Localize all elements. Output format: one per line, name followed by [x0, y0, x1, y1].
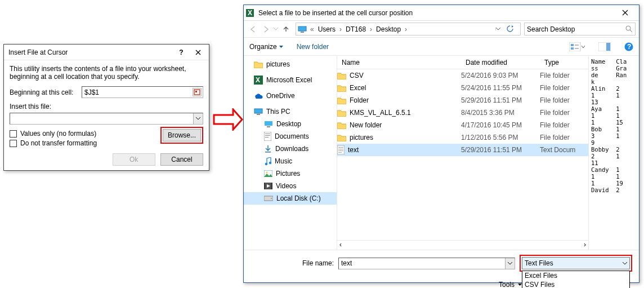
cancel-button[interactable]: Cancel [160, 153, 203, 166]
dialog-title: Insert File at Cursor [6, 48, 173, 56]
folder-icon [337, 72, 346, 79]
svg-point-28 [265, 162, 268, 165]
tree-item[interactable]: Music [244, 155, 337, 167]
tree-item[interactable]: This PC [244, 105, 337, 118]
picker-body: picturesXMicrosoft ExcelOneDriveThis PCD… [244, 56, 639, 250]
close-icon [195, 50, 201, 55]
file-name: pictures [350, 134, 373, 141]
close-button[interactable] [613, 7, 637, 19]
tree-item[interactable]: Documents [244, 130, 337, 143]
column-headers[interactable]: Name Date modified Type [337, 56, 588, 69]
svg-point-36 [271, 198, 272, 199]
ok-button[interactable]: Ok [113, 153, 155, 166]
disk-icon [264, 195, 273, 202]
dialog-title: Select a file to be inserted at the cell… [256, 9, 613, 17]
svg-rect-19 [254, 109, 262, 113]
filetype-option[interactable]: Excel Files [522, 271, 629, 280]
svg-point-31 [266, 172, 268, 174]
tree-item[interactable]: Pictures [244, 167, 337, 180]
close-button[interactable] [190, 46, 207, 59]
tree-item[interactable]: pictures [244, 58, 337, 70]
svg-rect-10 [575, 45, 579, 46]
file-date: 5/24/2016 11:55 PM [461, 84, 540, 92]
preview-pane-button[interactable] [598, 42, 611, 51]
search-input[interactable]: Search Desktop [524, 23, 636, 36]
forward-button[interactable] [260, 23, 272, 36]
tree-label: Local Disk (C:) [276, 194, 321, 202]
begin-cell-input[interactable]: $J$1 [82, 86, 203, 98]
svg-rect-5 [301, 32, 304, 33]
close-icon [622, 10, 628, 16]
svg-rect-14 [606, 43, 610, 51]
tools-menu[interactable]: Tools [499, 281, 522, 288]
h-scroll[interactable]: ‹› [337, 240, 588, 250]
tree-label: Downloads [275, 145, 308, 153]
svg-rect-33 [264, 183, 265, 189]
folder-tree[interactable]: picturesXMicrosoft ExcelOneDriveThis PCD… [244, 56, 337, 250]
svg-rect-13 [599, 43, 606, 51]
col-date[interactable]: Date modified [461, 56, 540, 69]
file-row[interactable]: CSV5/24/2016 9:03 PMFile folder [337, 69, 588, 82]
back-button[interactable] [247, 23, 260, 36]
help-button[interactable]: ? [624, 42, 633, 51]
col-type[interactable]: Type [540, 56, 585, 69]
tree-item[interactable]: Desktop [244, 118, 337, 130]
file-path-input[interactable] [10, 113, 203, 125]
file-row[interactable]: text5/29/2016 11:51 PMText Docum [337, 144, 588, 156]
file-type: File folder [540, 84, 585, 92]
browse-highlight: Browse... [160, 127, 203, 144]
folder-icon [337, 134, 346, 141]
recent-dropdown[interactable] [272, 23, 280, 36]
file-name: Folder [350, 96, 369, 104]
filename-input[interactable]: text [338, 258, 515, 269]
file-type: File folder [540, 72, 585, 79]
filetype-options[interactable]: Excel FilesCSV FilesText FilesPRN Files [522, 271, 630, 288]
svg-rect-38 [338, 147, 343, 148]
tree-item[interactable]: Downloads [244, 143, 337, 155]
refresh-button[interactable] [507, 25, 520, 33]
file-row[interactable]: New folder4/17/2016 10:45 PMFile folder [337, 119, 588, 131]
tree-label: Microsoft Excel [266, 76, 312, 84]
tree-item[interactable]: OneDrive [244, 90, 337, 102]
filename-value: text [341, 259, 352, 267]
pc-icon [296, 26, 308, 33]
history-dropdown-icon[interactable] [495, 28, 507, 30]
crumb-seg[interactable]: Users [316, 25, 338, 33]
up-button[interactable] [280, 23, 292, 36]
help-button[interactable]: ? [173, 46, 190, 59]
music-icon [264, 157, 271, 166]
file-row[interactable]: KMS_VL_ALL_6.5.18/4/2015 3:36 PMFile fol… [337, 107, 588, 119]
file-row[interactable]: pictures1/12/2016 5:56 PMFile folder [337, 131, 588, 144]
view-mode-button[interactable] [569, 42, 585, 51]
filename-label: File name: [251, 259, 334, 267]
organize-menu[interactable]: Organize [249, 43, 283, 51]
dropdown-arrow-icon[interactable] [193, 113, 203, 124]
range-picker-icon[interactable] [193, 88, 202, 96]
tree-item[interactable]: Videos [244, 180, 337, 192]
folder-icon [337, 109, 346, 117]
svg-rect-9 [571, 47, 574, 50]
crumb-seg[interactable]: DT168 [343, 25, 368, 33]
breadcrumb[interactable]: « Users› DT168› Desktop› [296, 23, 521, 36]
col-name[interactable]: Name [337, 56, 461, 69]
dropdown-arrow-icon[interactable] [505, 258, 515, 269]
dl-icon [264, 145, 272, 153]
checkbox-label: Do not transfer formatting [20, 139, 97, 147]
tree-item[interactable]: Local Disk (C:) [244, 192, 337, 205]
no-format-checkbox[interactable]: Do not transfer formatting [10, 139, 160, 147]
tree-label: This PC [266, 108, 290, 116]
file-row[interactable]: Folder5/29/2016 11:51 PMFile folder [337, 94, 588, 107]
filetype-option[interactable]: CSV Files [522, 280, 629, 288]
begin-cell-value: $J$1 [84, 88, 99, 96]
svg-rect-40 [338, 150, 343, 151]
excel-icon: X [254, 76, 263, 85]
crumb-seg[interactable]: Desktop [374, 25, 403, 33]
browse-button[interactable]: Browse... [163, 129, 201, 141]
file-row[interactable]: Excel5/24/2016 11:55 PMFile folder [337, 82, 588, 94]
filetype-dropdown[interactable]: Text Files [522, 257, 630, 269]
new-folder-button[interactable]: New folder [297, 43, 329, 51]
values-only-checkbox[interactable]: Values only (no formulas) [10, 130, 160, 138]
tree-item[interactable]: XMicrosoft Excel [244, 74, 337, 86]
svg-rect-20 [257, 114, 260, 115]
file-type: File folder [540, 96, 585, 104]
